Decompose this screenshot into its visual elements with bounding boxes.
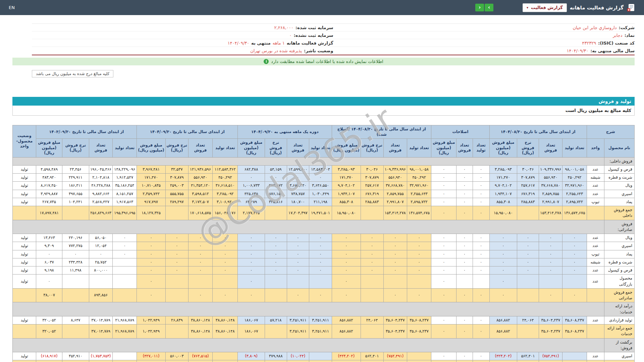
value-cell: ۰ — [137, 288, 165, 302]
value-cell: ۲۷۳,۱۷۲ — [265, 182, 287, 190]
value-cell: ۲,۵۶۸,۴۲۷ — [89, 198, 112, 206]
unit-cell: عدد — [587, 266, 604, 275]
value-cell: ۰ — [457, 258, 473, 266]
language-toggle[interactable]: EN — [9, 5, 15, 10]
col-header: تعداد تولید — [113, 139, 137, 158]
value-cell: ۰ — [36, 275, 62, 289]
value-cell: ۳۹۷,۶۵۵ — [62, 190, 89, 198]
value-cell: ۵۴,۱۵۹ — [265, 165, 287, 173]
value-cell: ۱,۹۱۷,۵۶۳ — [113, 198, 137, 206]
value-cell: ۱,۹۳۴,۱۰۷ — [332, 190, 361, 198]
value-cell: ۰ — [539, 234, 562, 242]
col-header: تعداد تولید — [213, 139, 238, 158]
previous-report-button[interactable]: ‹ — [475, 4, 484, 11]
value-cell: ۰ — [213, 258, 238, 266]
table-total-row: جمع درآمد ارائه خدمات۳۵,۶۰۸,۲۳۷۳۵,۶۰۴,۲۳… — [13, 324, 635, 339]
table-header-columns: نام محصول واحد تعداد تولید تعداد فروش نر… — [13, 139, 635, 158]
col-group-corrections: اصلاحات — [431, 125, 490, 139]
value-cell — [213, 360, 238, 362]
value-cell: ۰ — [62, 250, 89, 258]
value-cell: ۵۵۶,۹۴۰ — [383, 174, 407, 182]
value-cell: ۰ — [165, 266, 188, 275]
next-report-button[interactable]: › — [485, 4, 493, 11]
product-name-cell: پماد — [604, 250, 634, 258]
table-row: پمادتیوپ۰۰۰۰۰۰۰۰۰۰۰۰۰۰۰۰۰۰۰۰۰۰۰تولید — [13, 250, 635, 258]
value-cell — [517, 360, 539, 362]
status-cell: تولید — [13, 275, 36, 289]
unit-cell: عدد — [587, 234, 604, 242]
value-cell: ۰ — [473, 190, 489, 198]
section-label: فروش صادراتی: — [604, 220, 634, 234]
value-cell: ۰ — [332, 266, 361, 275]
value-cell — [562, 360, 587, 362]
value-cell: ۱۸۶,۰۶۷ — [238, 316, 265, 324]
unregistered-capital-label: سرمایه ثبت نشده: — [293, 33, 333, 38]
publisher-status-field: وضعیت ناشر: پذیرفته شده در بورس تهران — [32, 48, 333, 53]
value-cell — [309, 352, 332, 360]
production-sales-section-bar: تولید و فروش — [12, 97, 635, 106]
unit-cell: عدد — [587, 275, 604, 289]
col-group-one-month: دوره یک ماهه منتهی به ۱۴۰۴/۰۹/۳۰ — [238, 125, 332, 139]
value-cell — [165, 288, 188, 302]
value-cell: ۰ — [473, 360, 489, 362]
value-cell: ۳۰,۰۴۶ — [517, 165, 539, 173]
value-cell: ۰ — [287, 234, 309, 242]
value-cell: ۱,۰۴۲,۹۴۹ — [137, 316, 165, 324]
report-type-dropdown[interactable]: گزارش فعالیت ▾ — [523, 3, 567, 12]
unit-cell: عدد — [587, 165, 604, 173]
col-header: تعداد فروش — [89, 139, 112, 158]
value-cell: ۰ — [113, 250, 137, 258]
value-cell: ۲۴,۰۶۴ — [361, 316, 383, 324]
value-cell: ۰ — [332, 275, 361, 289]
value-cell: ۰ — [473, 165, 489, 173]
value-cell: ۱۷۰,۶۱۸,۵۷۵ — [188, 206, 212, 220]
value-cell: ۱۵,۹۵۰,۰۸۰ — [489, 206, 517, 220]
value-cell: ۱۷,۲۰۴,۳۹۷ — [287, 206, 309, 220]
status-cell: تولید — [13, 316, 36, 324]
product-name-cell: ویال — [604, 234, 634, 242]
value-cell: (۴۲۳,۲۰۲) — [489, 352, 517, 360]
table-row: اسپريعدد(۷۵۲,۴۹۱)۵۶۲,۴۰۱(۴۲۳,۲۰۲)۰۰۰(۷۵۲… — [13, 352, 635, 360]
col-header-desc: شرح — [587, 125, 634, 139]
value-cell: ۰ — [287, 250, 309, 258]
value-cell: ۳,۲۵۱,۹۱۱ — [309, 316, 332, 324]
value-cell: ۰ — [165, 258, 188, 266]
value-cell: ۲,۲۵۵,۶۴۳ — [562, 190, 587, 198]
value-cell — [473, 275, 489, 289]
value-cell: ۸۰۰,۰۰۰ — [89, 266, 112, 275]
value-cell — [383, 275, 407, 289]
status-cell: تولید — [13, 352, 36, 360]
value-cell: ۰ — [457, 165, 473, 173]
product-name-cell: ویال — [604, 182, 634, 190]
company-value[interactable]: داروسازي جابر ابن حيان — [573, 25, 617, 30]
value-cell: (۷۶۲,۵۱۵) — [188, 352, 212, 360]
value-cell: ۴۵۰,۲۹۲ — [562, 174, 587, 182]
col-header: مبلغ فروش (میلیون ریال) — [137, 139, 165, 158]
value-cell: ۱۲,۵۹۹,۶۰۰ — [287, 165, 309, 173]
value-cell: ۱۴,۵۸۳,۳۰۴ — [309, 165, 332, 173]
product-name-cell: جمع برگشت از فروش — [604, 360, 634, 362]
value-cell: ۳,۱۰۶,۹۲۰ — [213, 198, 238, 206]
value-cell: ۰ — [489, 275, 517, 289]
value-cell: ۰ — [238, 258, 265, 266]
value-cell: (۴۲۷,۰۱۱) — [137, 352, 165, 360]
value-cell: ۴۸۳,۹۲۰ — [36, 174, 62, 182]
value-cell: ۰ — [383, 234, 407, 242]
report-type-dropdown-label: گزارش فعالیت — [531, 5, 563, 10]
value-cell: ۱۸۶,۴۱۱ — [62, 182, 89, 190]
value-cell — [113, 266, 137, 275]
value-cell: ۳,۲۸۵,۰۹۳ — [489, 165, 517, 173]
value-cell: ۰ — [539, 266, 562, 275]
report-navigation: › ‹ — [475, 4, 493, 11]
value-cell — [213, 275, 238, 289]
value-cell: ۰ — [137, 234, 165, 242]
value-cell: ۹,۷۰۴,۱۰۲ — [332, 182, 361, 190]
value-cell: ۲۳۴,۴۲۸ — [62, 258, 89, 266]
value-cell: ۵۶۲,۴۰۱ — [361, 352, 383, 360]
value-cell — [407, 352, 431, 360]
isic-value: ۴۳۲۳۲۹ — [582, 41, 596, 46]
report-period-length: ۱ ماهه — [273, 41, 285, 46]
col-header: نرخ فروش (ریال) — [517, 139, 539, 158]
symbol-value[interactable]: دجابر — [613, 33, 623, 38]
value-cell: ۵۵۶,۹۴۰ — [188, 174, 212, 182]
